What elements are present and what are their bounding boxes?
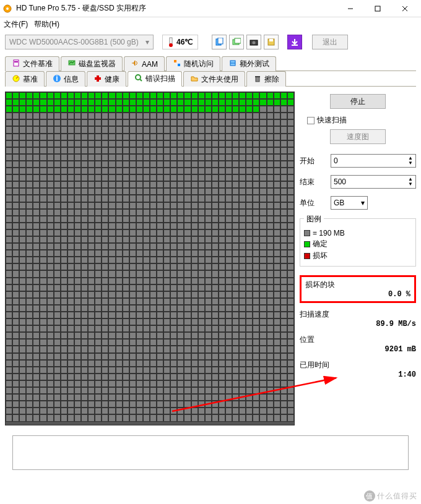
- tab-信息[interactable]: i信息: [46, 71, 85, 87]
- svg-text:i: i: [56, 74, 58, 83]
- svg-rect-11: [235, 38, 241, 43]
- health-icon: [93, 74, 102, 85]
- menu-help[interactable]: 帮助(H): [34, 19, 59, 30]
- menu-file[interactable]: 文件(F): [4, 19, 28, 30]
- watermark: 值什么值得买: [364, 490, 417, 502]
- position-stat: 位置 9201 mB: [300, 335, 416, 354]
- app-icon: [2, 4, 12, 14]
- aam-icon: [131, 59, 139, 69]
- exit-button[interactable]: 退出: [312, 35, 348, 49]
- tab-磁盘监视器[interactable]: 磁盘监视器: [61, 56, 123, 71]
- copy-screenshot-button[interactable]: [229, 35, 244, 49]
- scan-grid: [5, 92, 295, 425]
- tab-额外测试[interactable]: 额外测试: [222, 56, 276, 71]
- erase-icon: [253, 74, 262, 85]
- tab-文件夹使用[interactable]: 文件夹使用: [183, 71, 245, 87]
- end-input[interactable]: 500▲▼: [331, 175, 416, 189]
- copy-info-button[interactable]: [212, 35, 227, 49]
- thermometer-icon: [168, 37, 174, 47]
- tab-擦除[interactable]: 擦除: [246, 71, 286, 87]
- unit-label: 单位: [300, 198, 326, 208]
- start-label: 开始: [300, 156, 326, 166]
- end-label: 结束: [300, 177, 326, 187]
- save-button[interactable]: [264, 35, 279, 49]
- tab-文件基准[interactable]: 文件基准: [5, 56, 59, 71]
- maximize-button[interactable]: [364, 0, 391, 17]
- legend-block-icon: [304, 230, 310, 236]
- tab-AAM[interactable]: AAM: [124, 56, 165, 71]
- svg-rect-18: [14, 61, 18, 62]
- tab-错误扫描[interactable]: 错误扫描: [128, 71, 182, 87]
- info-icon: i: [53, 74, 61, 85]
- svg-point-1: [6, 7, 9, 10]
- svg-rect-6: [170, 38, 172, 44]
- elapsed-time-stat: 已用时间 1:40: [300, 360, 416, 379]
- scan-speed-stat: 扫描速度 89.9 MB/s: [300, 309, 416, 328]
- svg-rect-32: [256, 77, 259, 82]
- svg-line-31: [140, 79, 142, 81]
- stop-button[interactable]: 停止: [330, 94, 386, 109]
- screenshot-button[interactable]: [246, 35, 261, 49]
- tab-基准[interactable]: 基准: [5, 71, 45, 87]
- minimize-button[interactable]: [337, 0, 364, 17]
- svg-rect-15: [269, 39, 273, 41]
- svg-rect-33: [255, 76, 260, 77]
- tab-随机访问[interactable]: 随机访问: [166, 56, 220, 71]
- download-button[interactable]: [287, 35, 302, 49]
- svg-point-7: [169, 43, 173, 47]
- svg-rect-21: [178, 64, 180, 66]
- start-input[interactable]: 0▲▼: [331, 154, 416, 168]
- quick-scan-checkbox[interactable]: [307, 117, 315, 124]
- disk-monitor-icon: [67, 59, 76, 69]
- close-button[interactable]: [391, 0, 419, 17]
- svg-rect-17: [14, 60, 19, 66]
- extra-test-icon: [228, 59, 237, 69]
- tab-健康[interactable]: 健康: [87, 71, 126, 87]
- legend-bad-icon: [304, 253, 310, 259]
- svg-rect-20: [174, 60, 176, 62]
- quick-scan-label: 快速扫描: [317, 115, 347, 126]
- window-title: HD Tune Pro 5.75 - 硬盘/SSD 实用程序: [16, 3, 337, 14]
- error-scan-icon: [134, 74, 143, 84]
- unit-select[interactable]: GB▾: [331, 196, 368, 210]
- legend-box: 图例 = 190 MB 确定 损坏: [300, 218, 416, 267]
- file-bench-icon: [12, 59, 20, 69]
- bench-icon: [12, 74, 20, 85]
- svg-point-13: [253, 41, 256, 45]
- svg-point-30: [136, 75, 141, 80]
- temperature-display: 46℃: [162, 35, 198, 49]
- svg-rect-3: [375, 6, 380, 11]
- svg-rect-29: [95, 77, 101, 80]
- legend-ok-icon: [304, 241, 310, 247]
- random-icon: [173, 59, 181, 69]
- folder-usage-icon: [190, 74, 199, 85]
- log-area: [12, 435, 409, 470]
- damaged-blocks-highlight: 损坏的块 0.0 %: [300, 275, 416, 303]
- drive-select[interactable]: WDC WD5000AACS-00G8B1 (500 gB) ▾: [5, 35, 154, 49]
- chevron-down-icon: ▾: [145, 38, 149, 46]
- svg-rect-9: [218, 38, 223, 44]
- speed-map-button: 速度图: [330, 129, 386, 144]
